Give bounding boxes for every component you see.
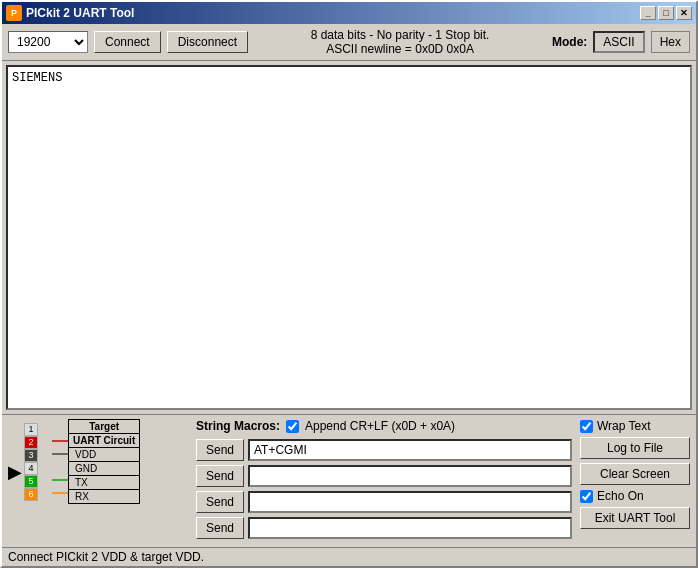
- circuit-lines-svg: [38, 422, 68, 502]
- send-button-4[interactable]: Send: [196, 517, 244, 539]
- send-button-2[interactable]: Send: [196, 465, 244, 487]
- bottom-panel: ▶ 1 2 3 4 5 6: [2, 414, 696, 547]
- disconnect-button[interactable]: Disconnect: [167, 31, 248, 53]
- maximize-button[interactable]: □: [658, 6, 674, 20]
- macro-row-3: Send: [196, 491, 572, 513]
- hex-mode-button[interactable]: Hex: [651, 31, 690, 53]
- macro-row-4: Send: [196, 517, 572, 539]
- echo-on-row: Echo On: [580, 489, 690, 503]
- info-text: 8 data bits - No parity - 1 Stop bit. AS…: [254, 28, 546, 56]
- circuit-arrow: ▶: [8, 461, 22, 483]
- wrap-text-checkbox[interactable]: [580, 420, 593, 433]
- pin-connector: 1 2 3 4 5 6: [24, 423, 38, 501]
- close-button[interactable]: ✕: [676, 6, 692, 20]
- macros-title: String Macros:: [196, 419, 280, 433]
- title-buttons: _ □ ✕: [640, 6, 692, 20]
- terminal-output[interactable]: SIEMENS: [6, 65, 692, 410]
- macros-area: String Macros: Append CR+LF (x0D + x0A) …: [196, 419, 572, 543]
- mode-label: Mode:: [552, 35, 587, 49]
- echo-on-label: Echo On: [597, 489, 644, 503]
- echo-on-checkbox[interactable]: [580, 490, 593, 503]
- send-button-3[interactable]: Send: [196, 491, 244, 513]
- log-to-file-button[interactable]: Log to File: [580, 437, 690, 459]
- connect-button[interactable]: Connect: [94, 31, 161, 53]
- append-crlf-label: Append CR+LF (x0D + x0A): [305, 419, 455, 433]
- macro-input-1[interactable]: [248, 439, 572, 461]
- title-bar: P PICkit 2 UART Tool _ □ ✕: [2, 2, 696, 24]
- minimize-button[interactable]: _: [640, 6, 656, 20]
- main-window: P PICkit 2 UART Tool _ □ ✕ 19200 1200 24…: [0, 0, 698, 568]
- toolbar: 19200 1200 2400 4800 9600 38400 57600 11…: [2, 24, 696, 61]
- macro-row-2: Send: [196, 465, 572, 487]
- exit-uart-tool-button[interactable]: Exit UART Tool: [580, 507, 690, 529]
- append-crlf-checkbox[interactable]: [286, 420, 299, 433]
- macro-row-1: Send: [196, 439, 572, 461]
- macros-header: String Macros: Append CR+LF (x0D + x0A): [196, 419, 572, 433]
- circuit-table: Target UART Circuit VDD GND TX: [68, 419, 140, 504]
- clear-screen-button[interactable]: Clear Screen: [580, 463, 690, 485]
- macro-input-3[interactable]: [248, 491, 572, 513]
- ascii-mode-button[interactable]: ASCII: [593, 31, 644, 53]
- macro-input-4[interactable]: [248, 517, 572, 539]
- circuit-area: ▶ 1 2 3 4 5 6: [8, 419, 188, 504]
- app-icon: P: [6, 5, 22, 21]
- baud-rate-select[interactable]: 19200 1200 2400 4800 9600 38400 57600 11…: [8, 31, 88, 53]
- status-bar: Connect PICkit 2 VDD & target VDD.: [2, 547, 696, 566]
- window-title: PICkit 2 UART Tool: [26, 6, 640, 20]
- wrap-text-row: Wrap Text: [580, 419, 690, 433]
- wrap-text-label: Wrap Text: [597, 419, 651, 433]
- send-button-1[interactable]: Send: [196, 439, 244, 461]
- macro-input-2[interactable]: [248, 465, 572, 487]
- right-buttons-panel: Wrap Text Log to File Clear Screen Echo …: [580, 419, 690, 529]
